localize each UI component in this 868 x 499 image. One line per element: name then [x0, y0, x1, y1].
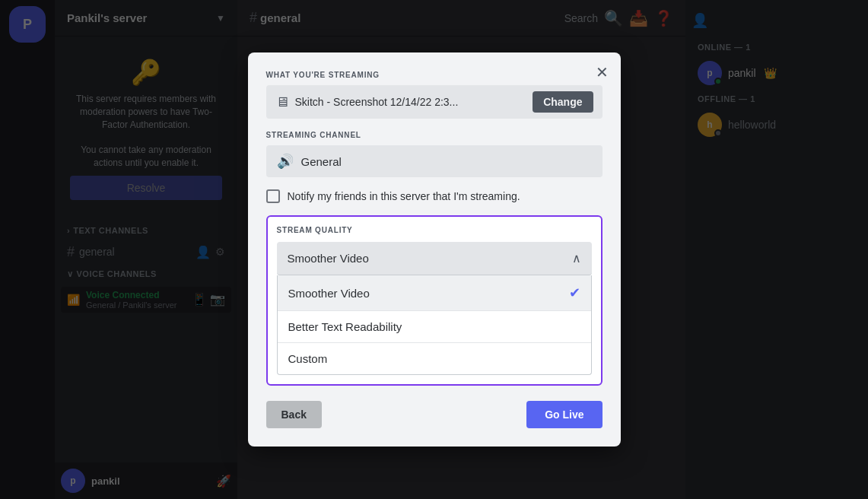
streaming-channel-row: 🔊 General: [266, 145, 603, 177]
volume-icon: 🔊: [277, 153, 294, 170]
quality-option-better-label: Better Text Readability: [288, 320, 402, 333]
what-streaming-label: WHAT YOU'RE STREAMING: [266, 71, 603, 79]
quality-dropdown-header[interactable]: Smoother Video ∧: [277, 242, 592, 275]
quality-options-list: Smoother Video ✔ Better Text Readability…: [277, 275, 592, 375]
window-icon: 🖥: [275, 94, 289, 110]
stream-source-name: Skitch - Screenshot 12/14/22 2:3...: [295, 96, 533, 108]
quality-option-custom[interactable]: Custom: [278, 343, 591, 374]
streaming-channel-name: General: [301, 155, 342, 168]
back-button[interactable]: Back: [266, 401, 322, 428]
notify-checkbox[interactable]: [266, 189, 280, 203]
notify-text: Notify my friends in this server that I'…: [288, 190, 520, 202]
change-button[interactable]: Change: [533, 91, 593, 113]
streaming-channel-label: STREAMING CHANNEL: [266, 131, 603, 139]
quality-option-better-text[interactable]: Better Text Readability: [278, 311, 591, 343]
quality-option-smoother[interactable]: Smoother Video ✔: [278, 275, 591, 311]
checkmark-icon: ✔: [569, 284, 580, 301]
quality-dropdown-selected: Smoother Video: [288, 252, 369, 265]
stream-source-row: 🖥 Skitch - Screenshot 12/14/22 2:3... Ch…: [266, 85, 603, 119]
stream-modal: ✕ WHAT YOU'RE STREAMING 🖥 Skitch - Scree…: [248, 52, 621, 447]
quality-option-smoother-label: Smoother Video: [288, 287, 370, 300]
quality-section: STREAM QUALITY Smoother Video ∧ Smoother…: [266, 215, 603, 386]
go-live-button[interactable]: Go Live: [526, 401, 602, 428]
chevron-up-icon: ∧: [572, 251, 581, 265]
quality-label: STREAM QUALITY: [277, 226, 592, 234]
notify-row: Notify my friends in this server that I'…: [266, 189, 603, 203]
modal-overlay: ✕ WHAT YOU'RE STREAMING 🖥 Skitch - Scree…: [0, 0, 868, 499]
close-icon[interactable]: ✕: [596, 65, 609, 80]
modal-footer: Back Go Live: [266, 401, 603, 428]
quality-option-custom-label: Custom: [288, 352, 328, 365]
